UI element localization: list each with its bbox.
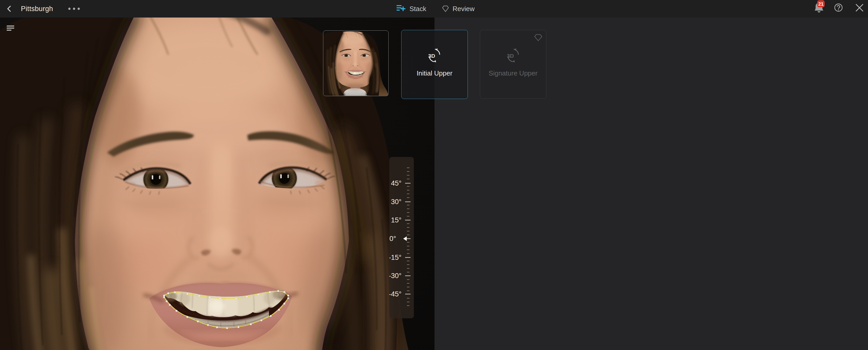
svg-text:-30°: -30° [390, 272, 402, 280]
svg-text:15°: 15° [391, 216, 402, 224]
svg-text:21: 21 [818, 2, 824, 7]
svg-text:3D: 3D [507, 53, 514, 59]
svg-text:-15°: -15° [390, 254, 402, 261]
svg-text:-45°: -45° [390, 290, 402, 298]
svg-text:45°: 45° [391, 179, 402, 187]
svg-text:30°: 30° [391, 198, 402, 206]
svg-text:0°: 0° [390, 235, 396, 243]
svg-text:3D: 3D [428, 53, 435, 59]
